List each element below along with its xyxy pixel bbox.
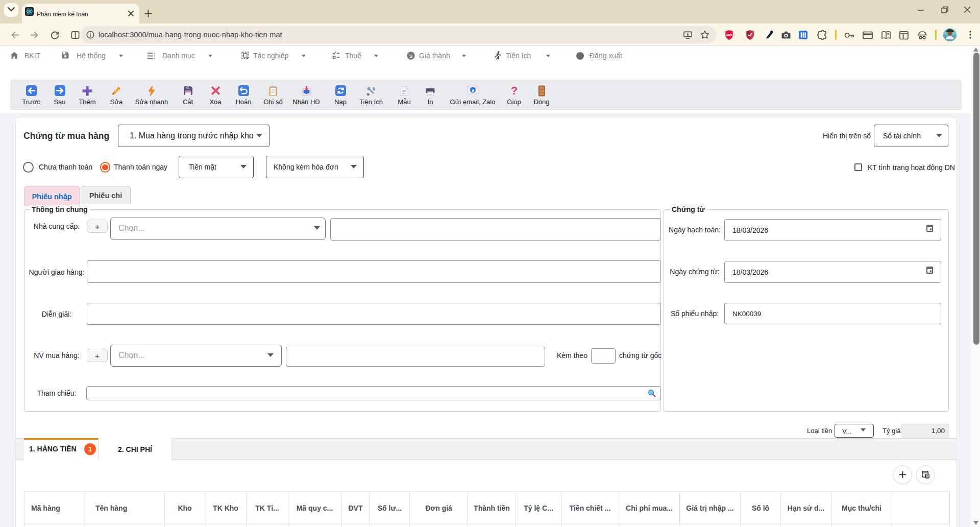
svg-text:S: S xyxy=(409,53,413,59)
svg-text:ABP: ABP xyxy=(726,34,732,37)
svg-text:e: e xyxy=(471,88,474,93)
